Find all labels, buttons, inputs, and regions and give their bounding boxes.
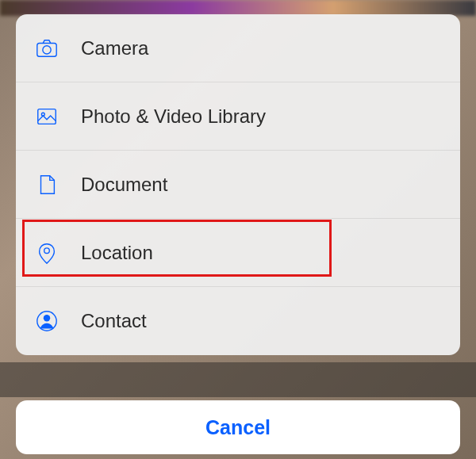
attachment-action-sheet: Camera Photo & Video Library Document Lo… bbox=[16, 14, 460, 355]
sheet-item-photo-library[interactable]: Photo & Video Library bbox=[16, 82, 460, 151]
svg-point-1 bbox=[43, 45, 51, 53]
sheet-item-label: Photo & Video Library bbox=[81, 105, 266, 128]
cancel-label: Cancel bbox=[205, 416, 271, 439]
photo-icon bbox=[35, 105, 70, 128]
sheet-item-document[interactable]: Document bbox=[16, 151, 460, 219]
sheet-item-label: Document bbox=[81, 174, 167, 196]
sheet-item-label: Camera bbox=[81, 37, 148, 59]
svg-rect-2 bbox=[38, 109, 56, 124]
svg-point-6 bbox=[44, 315, 50, 321]
sheet-item-label: Location bbox=[81, 242, 153, 264]
svg-rect-0 bbox=[37, 43, 56, 56]
sheet-item-location[interactable]: Location bbox=[16, 219, 460, 287]
sheet-item-label: Contact bbox=[81, 310, 147, 332]
document-icon bbox=[35, 173, 70, 197]
sheet-item-contact[interactable]: Contact bbox=[16, 287, 460, 355]
svg-point-4 bbox=[44, 247, 50, 253]
camera-icon bbox=[35, 36, 70, 60]
contact-icon bbox=[35, 309, 70, 333]
cancel-button[interactable]: Cancel bbox=[16, 400, 460, 454]
sheet-item-camera[interactable]: Camera bbox=[16, 14, 460, 82]
location-icon bbox=[35, 241, 70, 265]
